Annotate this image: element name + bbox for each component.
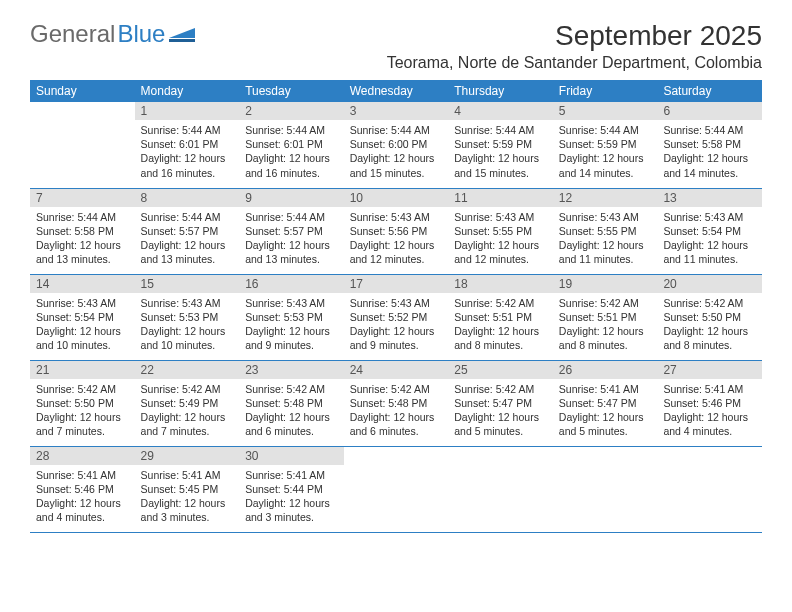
calendar-week-row: 7Sunrise: 5:44 AMSunset: 5:58 PMDaylight… [30, 188, 762, 274]
calendar-cell: 3Sunrise: 5:44 AMSunset: 6:00 PMDaylight… [344, 102, 449, 188]
calendar-cell: 22Sunrise: 5:42 AMSunset: 5:49 PMDayligh… [135, 360, 240, 446]
day-number: 13 [657, 189, 762, 207]
day-data: Sunrise: 5:44 AMSunset: 5:58 PMDaylight:… [657, 120, 762, 186]
logo: GeneralBlue [30, 20, 195, 48]
day-data: Sunrise: 5:44 AMSunset: 6:00 PMDaylight:… [344, 120, 449, 186]
day-number: 17 [344, 275, 449, 293]
day-data: Sunrise: 5:42 AMSunset: 5:47 PMDaylight:… [448, 379, 553, 445]
calendar-cell: 29Sunrise: 5:41 AMSunset: 5:45 PMDayligh… [135, 446, 240, 532]
day-data: Sunrise: 5:44 AMSunset: 5:59 PMDaylight:… [448, 120, 553, 186]
calendar-cell: 5Sunrise: 5:44 AMSunset: 5:59 PMDaylight… [553, 102, 658, 188]
calendar-body: 1Sunrise: 5:44 AMSunset: 6:01 PMDaylight… [30, 102, 762, 532]
calendar-week-row: 21Sunrise: 5:42 AMSunset: 5:50 PMDayligh… [30, 360, 762, 446]
day-header: Tuesday [239, 80, 344, 102]
day-number: 1 [135, 102, 240, 120]
day-number: 27 [657, 361, 762, 379]
day-number: 11 [448, 189, 553, 207]
calendar-cell: 27Sunrise: 5:41 AMSunset: 5:46 PMDayligh… [657, 360, 762, 446]
calendar-cell: 20Sunrise: 5:42 AMSunset: 5:50 PMDayligh… [657, 274, 762, 360]
day-header: Friday [553, 80, 658, 102]
day-number: 28 [30, 447, 135, 465]
day-header: Sunday [30, 80, 135, 102]
day-number: 10 [344, 189, 449, 207]
day-data: Sunrise: 5:43 AMSunset: 5:52 PMDaylight:… [344, 293, 449, 359]
day-number: 16 [239, 275, 344, 293]
day-data: Sunrise: 5:41 AMSunset: 5:47 PMDaylight:… [553, 379, 658, 445]
calendar-cell: 16Sunrise: 5:43 AMSunset: 5:53 PMDayligh… [239, 274, 344, 360]
day-header: Monday [135, 80, 240, 102]
day-header: Saturday [657, 80, 762, 102]
calendar-cell: 28Sunrise: 5:41 AMSunset: 5:46 PMDayligh… [30, 446, 135, 532]
day-number: 21 [30, 361, 135, 379]
location: Teorama, Norte de Santander Department, … [387, 54, 762, 72]
calendar-week-row: 1Sunrise: 5:44 AMSunset: 6:01 PMDaylight… [30, 102, 762, 188]
day-number: 2 [239, 102, 344, 120]
calendar-cell: 4Sunrise: 5:44 AMSunset: 5:59 PMDaylight… [448, 102, 553, 188]
svg-marker-1 [169, 39, 195, 42]
calendar-cell: 1Sunrise: 5:44 AMSunset: 6:01 PMDaylight… [135, 102, 240, 188]
day-data: Sunrise: 5:44 AMSunset: 5:59 PMDaylight:… [553, 120, 658, 186]
calendar-cell: 11Sunrise: 5:43 AMSunset: 5:55 PMDayligh… [448, 188, 553, 274]
day-number: 3 [344, 102, 449, 120]
calendar-cell [553, 446, 658, 532]
day-data: Sunrise: 5:43 AMSunset: 5:53 PMDaylight:… [239, 293, 344, 359]
day-number: 24 [344, 361, 449, 379]
day-number: 25 [448, 361, 553, 379]
day-data: Sunrise: 5:41 AMSunset: 5:45 PMDaylight:… [135, 465, 240, 531]
calendar-week-row: 28Sunrise: 5:41 AMSunset: 5:46 PMDayligh… [30, 446, 762, 532]
day-data: Sunrise: 5:41 AMSunset: 5:44 PMDaylight:… [239, 465, 344, 531]
day-number: 15 [135, 275, 240, 293]
calendar-cell: 17Sunrise: 5:43 AMSunset: 5:52 PMDayligh… [344, 274, 449, 360]
day-data: Sunrise: 5:44 AMSunset: 5:58 PMDaylight:… [30, 207, 135, 273]
day-data: Sunrise: 5:43 AMSunset: 5:53 PMDaylight:… [135, 293, 240, 359]
day-number: 12 [553, 189, 658, 207]
calendar-cell [344, 446, 449, 532]
calendar-cell [30, 102, 135, 188]
day-number: 20 [657, 275, 762, 293]
calendar-cell: 10Sunrise: 5:43 AMSunset: 5:56 PMDayligh… [344, 188, 449, 274]
day-header: Thursday [448, 80, 553, 102]
calendar-cell: 26Sunrise: 5:41 AMSunset: 5:47 PMDayligh… [553, 360, 658, 446]
day-number: 4 [448, 102, 553, 120]
day-data: Sunrise: 5:43 AMSunset: 5:54 PMDaylight:… [30, 293, 135, 359]
day-number: 14 [30, 275, 135, 293]
calendar-cell: 30Sunrise: 5:41 AMSunset: 5:44 PMDayligh… [239, 446, 344, 532]
day-data: Sunrise: 5:41 AMSunset: 5:46 PMDaylight:… [30, 465, 135, 531]
day-data: Sunrise: 5:42 AMSunset: 5:48 PMDaylight:… [239, 379, 344, 445]
day-number: 19 [553, 275, 658, 293]
calendar-table: SundayMondayTuesdayWednesdayThursdayFrid… [30, 80, 762, 533]
day-number: 9 [239, 189, 344, 207]
flag-icon [169, 20, 195, 48]
day-data: Sunrise: 5:44 AMSunset: 5:57 PMDaylight:… [239, 207, 344, 273]
calendar-cell [657, 446, 762, 532]
day-header-row: SundayMondayTuesdayWednesdayThursdayFrid… [30, 80, 762, 102]
day-data: Sunrise: 5:42 AMSunset: 5:51 PMDaylight:… [448, 293, 553, 359]
day-number: 18 [448, 275, 553, 293]
calendar-cell: 23Sunrise: 5:42 AMSunset: 5:48 PMDayligh… [239, 360, 344, 446]
calendar-cell: 6Sunrise: 5:44 AMSunset: 5:58 PMDaylight… [657, 102, 762, 188]
calendar-cell: 13Sunrise: 5:43 AMSunset: 5:54 PMDayligh… [657, 188, 762, 274]
calendar-cell: 21Sunrise: 5:42 AMSunset: 5:50 PMDayligh… [30, 360, 135, 446]
logo-text-general: General [30, 20, 115, 48]
day-data: Sunrise: 5:41 AMSunset: 5:46 PMDaylight:… [657, 379, 762, 445]
calendar-cell: 24Sunrise: 5:42 AMSunset: 5:48 PMDayligh… [344, 360, 449, 446]
calendar-cell: 18Sunrise: 5:42 AMSunset: 5:51 PMDayligh… [448, 274, 553, 360]
logo-text-blue: Blue [117, 20, 165, 48]
day-data: Sunrise: 5:43 AMSunset: 5:55 PMDaylight:… [448, 207, 553, 273]
day-number: 8 [135, 189, 240, 207]
day-header: Wednesday [344, 80, 449, 102]
day-data: Sunrise: 5:43 AMSunset: 5:56 PMDaylight:… [344, 207, 449, 273]
day-data: Sunrise: 5:44 AMSunset: 5:57 PMDaylight:… [135, 207, 240, 273]
day-number: 7 [30, 189, 135, 207]
day-data: Sunrise: 5:42 AMSunset: 5:51 PMDaylight:… [553, 293, 658, 359]
calendar-cell: 25Sunrise: 5:42 AMSunset: 5:47 PMDayligh… [448, 360, 553, 446]
day-data: Sunrise: 5:42 AMSunset: 5:50 PMDaylight:… [657, 293, 762, 359]
calendar-cell: 7Sunrise: 5:44 AMSunset: 5:58 PMDaylight… [30, 188, 135, 274]
calendar-cell: 15Sunrise: 5:43 AMSunset: 5:53 PMDayligh… [135, 274, 240, 360]
month-title: September 2025 [387, 20, 762, 52]
calendar-week-row: 14Sunrise: 5:43 AMSunset: 5:54 PMDayligh… [30, 274, 762, 360]
day-data: Sunrise: 5:44 AMSunset: 6:01 PMDaylight:… [239, 120, 344, 186]
day-data: Sunrise: 5:42 AMSunset: 5:50 PMDaylight:… [30, 379, 135, 445]
day-data: Sunrise: 5:42 AMSunset: 5:49 PMDaylight:… [135, 379, 240, 445]
calendar-cell: 9Sunrise: 5:44 AMSunset: 5:57 PMDaylight… [239, 188, 344, 274]
